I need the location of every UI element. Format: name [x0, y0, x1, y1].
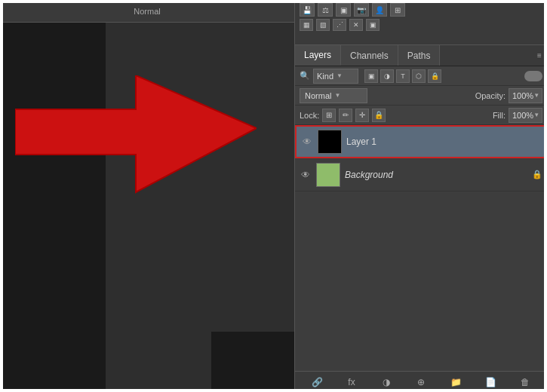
- blend-dropdown-arrow: ▼: [334, 92, 340, 99]
- top-toolbar: 💾 ⚖ ▣ 📷 👤 ⊞ ▦ ▧ ⋰ ✕ ▣: [295, 0, 547, 45]
- tab-layers[interactable]: Layers: [295, 45, 341, 66]
- canvas-tab-label: Normal: [134, 7, 160, 16]
- toolbar-row-1: 💾 ⚖ ▣ 📷 👤 ⊞: [300, 3, 542, 17]
- adjustment-icon[interactable]: ⊕: [413, 375, 429, 390]
- panel-tabs: Layers Channels Paths ≡: [295, 45, 547, 66]
- toolbar-row-2: ▦ ▧ ⋰ ✕ ▣: [300, 19, 542, 31]
- blend-mode-dropdown[interactable]: Normal ▼: [300, 88, 367, 103]
- opacity-label: Opacity:: [475, 91, 506, 100]
- svg-marker-0: [15, 75, 257, 192]
- layers-list: 👁 Layer 1 👁 Background 🔒: [295, 125, 547, 371]
- grid-icon[interactable]: ⊞: [390, 3, 405, 17]
- search-icon: 🔍: [300, 71, 310, 81]
- canvas-top-bar: Normal: [0, 0, 294, 23]
- camera-icon[interactable]: 📷: [354, 3, 369, 17]
- fill-label: Fill:: [493, 111, 506, 120]
- layer-item-layer1[interactable]: 👁 Layer 1: [295, 125, 547, 158]
- eye-icon-background[interactable]: 👁: [300, 169, 312, 181]
- tab-paths[interactable]: Paths: [398, 45, 441, 66]
- shape-filter-icon[interactable]: ⬡: [412, 69, 426, 83]
- kind-dropdown-arrow: ▼: [336, 72, 343, 79]
- smart-filter-icon[interactable]: 🔒: [428, 69, 441, 83]
- lock-transform-icon[interactable]: ✛: [355, 109, 369, 122]
- layer-name-background: Background: [345, 170, 527, 180]
- kind-dropdown[interactable]: Kind ▼: [313, 69, 358, 84]
- fx-icon[interactable]: fx: [344, 375, 359, 390]
- adjust-filter-icon[interactable]: ◑: [380, 69, 394, 83]
- link-icon[interactable]: 🔗: [309, 375, 324, 390]
- pattern2-icon[interactable]: ▧: [316, 19, 330, 31]
- filter-toggle[interactable]: [524, 71, 542, 81]
- tab-spacer: [440, 45, 532, 66]
- lock-position-icon[interactable]: ✏: [339, 109, 352, 122]
- canvas-dark-bottom: [211, 332, 294, 392]
- lock-label: Lock:: [300, 111, 319, 120]
- eye-icon-layer1[interactable]: 👁: [301, 136, 313, 148]
- save-icon[interactable]: 💾: [300, 3, 315, 17]
- delete-icon[interactable]: 🗑: [518, 375, 533, 390]
- layer-thumb-background: [316, 163, 340, 187]
- new-layer-icon[interactable]: 📄: [483, 375, 498, 390]
- fill-dropdown-arrow: ▼: [533, 112, 539, 118]
- opacity-input[interactable]: 100% ▼: [509, 88, 542, 103]
- opacity-dropdown-arrow: ▼: [533, 92, 539, 99]
- lock-pixels-icon[interactable]: ⊞: [322, 109, 336, 122]
- pixel-filter-icon[interactable]: ▣: [364, 69, 378, 83]
- cross-icon[interactable]: ✕: [349, 19, 363, 31]
- layer-item-background[interactable]: 👁 Background 🔒: [295, 158, 547, 191]
- tab-channels[interactable]: Channels: [341, 45, 398, 66]
- panel-menu-icon[interactable]: ≡: [532, 45, 547, 66]
- balance-icon[interactable]: ⚖: [318, 3, 333, 17]
- pattern1-icon[interactable]: ▦: [300, 19, 313, 31]
- lock-all-icon[interactable]: 🔒: [372, 109, 386, 122]
- blend-row: Normal ▼ Opacity: 100% ▼: [295, 86, 547, 106]
- mask-icon[interactable]: ◑: [379, 375, 394, 390]
- square-icon[interactable]: ▣: [366, 19, 380, 31]
- main-container: Normal 💾 ⚖ ▣ 📷 👤 ⊞ ▦ ▧: [0, 0, 547, 392]
- filter-icons: ▣ ◑ T ⬡ 🔒: [364, 69, 441, 83]
- lock-row: Lock: ⊞ ✏ ✛ 🔒 Fill: 100% ▼: [295, 106, 547, 125]
- lock-icons: ⊞ ✏ ✛ 🔒: [322, 109, 386, 122]
- canvas-area: Normal: [0, 0, 294, 392]
- panel-bottom-toolbar: 🔗 fx ◑ ⊕ 📁 📄 🗑: [295, 371, 547, 392]
- right-panel: 💾 ⚖ ▣ 📷 👤 ⊞ ▦ ▧ ⋰ ✕ ▣ Layers Channels: [294, 0, 547, 392]
- layer-lock-icon-background: 🔒: [532, 170, 542, 179]
- rect-icon[interactable]: ▣: [336, 3, 351, 17]
- user-icon[interactable]: 👤: [372, 3, 387, 17]
- layer-thumb-layer1: [318, 130, 342, 154]
- filter-row: 🔍 Kind ▼ ▣ ◑ T ⬡ 🔒: [295, 66, 547, 86]
- folder-icon[interactable]: 📁: [448, 375, 463, 390]
- arrow-indicator: [15, 75, 257, 241]
- text-filter-icon[interactable]: T: [396, 69, 410, 83]
- layer-name-layer1: Layer 1: [346, 136, 541, 147]
- fill-input[interactable]: 100% ▼: [509, 108, 542, 123]
- pattern3-icon[interactable]: ⋰: [333, 19, 346, 31]
